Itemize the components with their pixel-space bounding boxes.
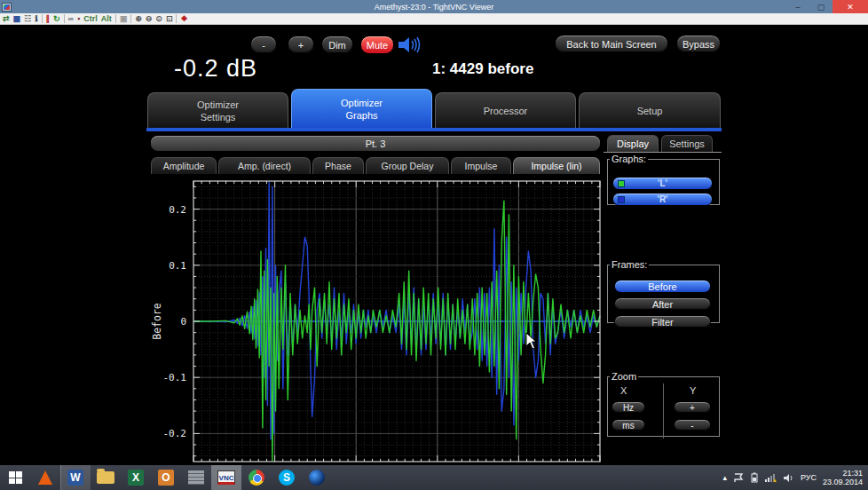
- mute-button[interactable]: Mute: [360, 36, 394, 54]
- tab-processor[interactable]: Processor: [435, 92, 576, 128]
- window-title: Amethyst-23:0 - TightVNC Viewer: [0, 3, 868, 12]
- tab-label: Settings: [201, 111, 236, 123]
- media-player-icon[interactable]: [302, 465, 332, 490]
- tab-label: Setup: [637, 105, 663, 117]
- tab-settings-side[interactable]: Settings: [661, 135, 713, 152]
- connection-info-icon[interactable]: ℹ: [35, 13, 37, 24]
- graph-r-button[interactable]: 'R': [612, 193, 713, 206]
- save-session-icon[interactable]: ▦: [13, 13, 21, 24]
- new-connection-icon[interactable]: ⇄: [3, 13, 10, 24]
- tab-label: Processor: [484, 105, 528, 117]
- zoom-y-plus-button[interactable]: +: [674, 401, 711, 414]
- alt-key-icon[interactable]: Alt: [101, 13, 112, 24]
- ctrl-esc-icon[interactable]: ∞: [68, 13, 74, 24]
- minimize-button[interactable]: –: [786, 0, 809, 13]
- volume-minus-button[interactable]: -: [250, 36, 277, 54]
- skype-icon[interactable]: S: [272, 465, 302, 490]
- remote-desktop: -0.2 dB - + Dim Mute 1: 4429 before Back…: [0, 25, 868, 465]
- zoom-out-icon[interactable]: ⊖: [146, 13, 153, 24]
- zoom-y-minus-button[interactable]: -: [674, 419, 711, 431]
- active-tab-underline: [146, 128, 722, 131]
- total-commander-icon[interactable]: [181, 465, 211, 490]
- zoom-hz-button[interactable]: Hz: [612, 401, 645, 414]
- tab-optimizer-settings[interactable]: Optimizer Settings: [147, 92, 288, 128]
- ctrl-alt-del-icon[interactable]: ▪: [77, 13, 80, 24]
- tray-time: 21:31: [823, 469, 863, 478]
- connection-options-icon[interactable]: ☷: [24, 13, 31, 24]
- ctrl-key-icon[interactable]: Ctrl: [83, 13, 98, 24]
- network-warning-icon[interactable]: [765, 472, 777, 483]
- r-channel-label: 'R': [613, 194, 712, 204]
- tray-clock[interactable]: 21:31 23.09.2014: [823, 469, 863, 486]
- transfer-files-icon[interactable]: ▣: [120, 13, 128, 24]
- frames-box: Frames: Before After Filter: [607, 259, 720, 323]
- preset-label: 1: 4429 before: [432, 60, 533, 78]
- zoom-fit-icon[interactable]: ⊡: [166, 13, 173, 24]
- fullscreen-icon[interactable]: ❖: [180, 13, 187, 24]
- start-button[interactable]: [0, 465, 30, 490]
- language-indicator[interactable]: РУС: [801, 473, 817, 482]
- vnc-app-icon: [2, 3, 12, 12]
- close-button[interactable]: ✕: [832, 0, 868, 13]
- vlc-icon[interactable]: [30, 465, 60, 490]
- tray-date: 23.09.2014: [823, 478, 863, 486]
- pause-icon[interactable]: ∥: [46, 13, 51, 24]
- battery-icon[interactable]: [750, 472, 759, 483]
- tab-impulse[interactable]: Impulse: [451, 157, 511, 174]
- svg-text:Before: Before: [151, 303, 163, 340]
- action-center-flag-icon[interactable]: [733, 473, 744, 483]
- l-channel-swatch: [618, 180, 625, 187]
- speaker-icon: [398, 36, 421, 53]
- frame-before-button[interactable]: Before: [614, 280, 711, 293]
- toolbar-separator: [176, 14, 177, 23]
- volume-plus-button[interactable]: +: [288, 36, 314, 54]
- frame-filter-button[interactable]: Filter: [614, 315, 711, 328]
- measurement-point-bar[interactable]: Pt. 3: [151, 136, 600, 151]
- zoom-y-label: Y: [690, 385, 696, 396]
- vnc-viewer-icon[interactable]: VNC: [211, 465, 241, 490]
- svg-text:-0.2: -0.2: [163, 428, 187, 439]
- zoom-ms-button[interactable]: ms: [612, 419, 645, 431]
- title-bar: Amethyst-23:0 - TightVNC Viewer – ▢ ✕: [0, 0, 868, 13]
- frame-after-button[interactable]: After: [614, 297, 711, 311]
- word-icon[interactable]: W: [60, 465, 91, 490]
- zoom-box-legend: Zoom: [610, 371, 638, 382]
- impulse-chart[interactable]: 0.20.10-0.1-0.2234567Time (ms)Before: [149, 174, 604, 488]
- maximize-button[interactable]: ▢: [809, 0, 832, 13]
- dim-button[interactable]: Dim: [321, 36, 353, 54]
- svg-text:-0.1: -0.1: [163, 372, 187, 383]
- toolbar-separator: [64, 14, 65, 23]
- tab-display[interactable]: Display: [607, 135, 659, 152]
- tab-phase[interactable]: Phase: [312, 157, 364, 174]
- toolbar-separator: [115, 14, 116, 23]
- toolbar-separator: [130, 14, 131, 23]
- file-explorer-icon[interactable]: [91, 465, 121, 490]
- hidden-icons-chevron[interactable]: ▴: [722, 473, 727, 482]
- refresh-icon[interactable]: ↻: [53, 13, 60, 24]
- tab-optimizer-graphs[interactable]: Optimizer Graphs: [291, 89, 432, 128]
- excel-icon[interactable]: X: [121, 465, 151, 490]
- tab-amplitude[interactable]: Amplitude: [151, 157, 217, 174]
- tab-label: Optimizer: [341, 97, 383, 109]
- back-to-main-button[interactable]: Back to Main Screen: [555, 35, 668, 53]
- chrome-icon[interactable]: [241, 465, 272, 490]
- zoom-100-icon[interactable]: ⊙: [155, 13, 162, 24]
- r-channel-swatch: [618, 196, 625, 203]
- volume-tray-icon[interactable]: [784, 473, 794, 483]
- tab-impulse-lin[interactable]: Impulse (lin): [513, 157, 600, 174]
- output-level: -0.2 dB: [174, 55, 298, 83]
- bypass-button[interactable]: Bypass: [676, 35, 721, 53]
- taskbar: W X O VNC S ▴ РУС 21:31 23.09.2014: [0, 465, 868, 490]
- zoom-x-label: X: [620, 385, 627, 396]
- graph-l-button[interactable]: 'L': [612, 177, 713, 190]
- outlook-icon[interactable]: O: [151, 465, 181, 490]
- zoom-in-icon[interactable]: ⊕: [135, 13, 142, 24]
- svg-text:0.2: 0.2: [169, 204, 186, 216]
- graphs-box: Graphs: 'L' 'R': [607, 154, 720, 205]
- tab-group-delay[interactable]: Group Delay: [366, 157, 449, 174]
- tab-setup[interactable]: Setup: [579, 92, 721, 128]
- tab-amp-direct[interactable]: Amp. (direct): [218, 157, 311, 174]
- l-channel-label: 'L': [613, 178, 712, 188]
- zoom-divider: [663, 383, 664, 439]
- zoom-box: Zoom X Y Hz ms + -: [607, 371, 720, 437]
